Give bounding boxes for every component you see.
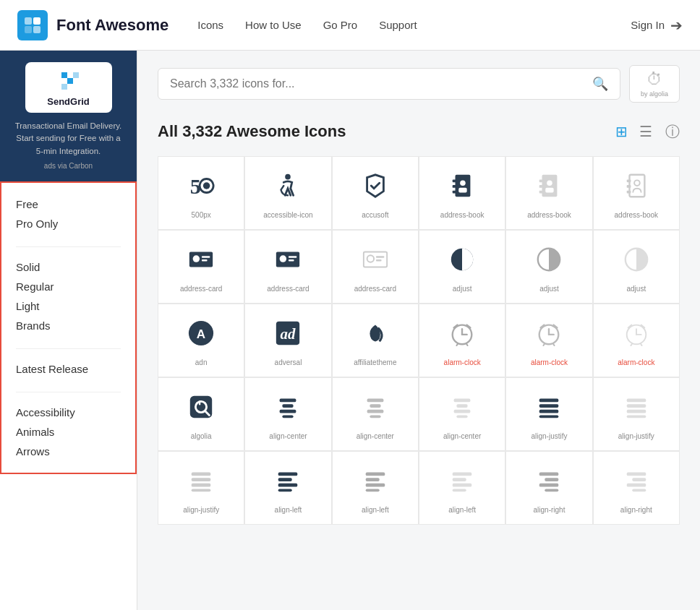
svg-rect-33 — [202, 259, 208, 261]
grid-view-button[interactable]: ⊞ — [612, 120, 631, 143]
icon-align-left-2[interactable]: align-left — [333, 452, 418, 524]
nav-icons[interactable]: Icons — [197, 16, 223, 34]
search-box[interactable]: 🔍 — [158, 68, 620, 100]
svg-rect-22 — [539, 190, 544, 193]
nav-support[interactable]: Support — [379, 16, 417, 34]
filter-brands[interactable]: Brands — [16, 316, 121, 335]
svg-rect-101 — [278, 489, 292, 491]
svg-rect-83 — [457, 404, 468, 408]
sidebar: SendGrid Transactional Email Delivery. S… — [0, 51, 137, 610]
icon-alarm-1[interactable]: alarm-clock — [419, 304, 505, 377]
icon-adjust-1[interactable]: adjust — [419, 231, 505, 303]
svg-rect-75 — [283, 404, 294, 408]
icon-address-card-3[interactable]: address-card — [333, 231, 418, 303]
icon-affiliatetheme[interactable]: affiliatetheme — [333, 304, 418, 377]
icon-align-center-3[interactable]: align-center — [419, 378, 505, 450]
svg-rect-80 — [367, 409, 383, 413]
sidebar-filters: Free Pro Only Solid Regular Light Brands… — [0, 181, 137, 474]
svg-rect-7 — [73, 72, 79, 78]
svg-rect-103 — [366, 478, 380, 481]
icon-address-book-1[interactable]: address-book — [419, 157, 505, 229]
icon-align-justify-3[interactable]: align-justify — [158, 452, 244, 524]
svg-rect-15 — [453, 185, 457, 188]
icon-adjust-2[interactable]: adjust — [506, 231, 592, 303]
svg-rect-2 — [25, 26, 32, 33]
icon-label-accessible: accessible-icon — [263, 211, 312, 219]
icon-label-addrcard1: address-card — [180, 285, 222, 293]
logo-area: Font Awesome — [17, 10, 168, 40]
filter-solid[interactable]: Solid — [16, 257, 121, 277]
filter-free[interactable]: Free — [16, 194, 121, 214]
svg-rect-20 — [539, 179, 544, 182]
svg-rect-32 — [202, 256, 210, 257]
svg-point-29 — [634, 180, 640, 186]
filter-latest-release[interactable]: Latest Release — [16, 359, 121, 379]
svg-text:ad: ad — [281, 325, 296, 342]
svg-line-69 — [641, 343, 642, 345]
svg-rect-3 — [33, 26, 40, 33]
svg-rect-36 — [289, 256, 296, 257]
icon-align-right-1[interactable]: align-right — [506, 452, 592, 524]
icon-adversal[interactable]: ad adversal — [245, 304, 330, 377]
filter-arrows[interactable]: Arrows — [16, 442, 121, 461]
svg-rect-28 — [627, 190, 631, 193]
icon-alarm-3[interactable]: alarm-clock — [594, 304, 679, 377]
icon-500px[interactable]: 5 500px — [158, 157, 244, 229]
filter-pro-only[interactable]: Pro Only — [16, 214, 121, 233]
info-button[interactable]: ⓘ — [665, 122, 680, 142]
icon-address-book-2[interactable]: address-book — [506, 157, 592, 229]
nav-how-to-use[interactable]: How to Use — [245, 16, 302, 34]
icon-align-center-1[interactable]: align-center — [245, 378, 330, 450]
search-input[interactable] — [170, 77, 592, 90]
svg-rect-14 — [453, 179, 457, 182]
nav-go-pro[interactable]: Go Pro — [323, 16, 358, 34]
icon-accessible[interactable]: accessible-icon — [245, 157, 330, 229]
icon-label-adjust2: adjust — [539, 285, 559, 293]
ad-description: Transactional Email Delivery. Start send… — [12, 120, 125, 158]
list-view-button[interactable]: ☰ — [636, 120, 655, 143]
icon-align-left-3[interactable]: align-left — [419, 452, 505, 524]
icon-address-book-3[interactable]: address-book — [594, 157, 679, 229]
ad-box[interactable]: SendGrid Transactional Email Delivery. S… — [0, 51, 137, 181]
icon-label-alignleft2: align-left — [362, 506, 389, 514]
filter-light[interactable]: Light — [16, 296, 121, 316]
sign-in-button[interactable]: Sign In ➔ — [631, 17, 683, 34]
svg-rect-105 — [366, 489, 380, 491]
svg-rect-91 — [627, 404, 646, 408]
icon-label-adjust3: adjust — [626, 285, 646, 293]
svg-rect-96 — [192, 483, 211, 486]
icons-title: All 3,332 Awesome Icons — [158, 122, 612, 141]
icon-label-addrbook1: address-book — [440, 211, 485, 219]
svg-rect-113 — [545, 489, 559, 491]
icon-address-card-2[interactable]: address-card — [245, 231, 330, 303]
svg-rect-99 — [278, 478, 292, 481]
svg-rect-1 — [33, 17, 40, 25]
svg-point-31 — [193, 255, 200, 262]
svg-rect-34 — [276, 252, 299, 267]
algolia-logo: ⏱ — [646, 70, 662, 89]
icon-label-aligncenter1: align-center — [269, 432, 307, 440]
icon-align-justify-2[interactable]: align-justify — [594, 378, 679, 450]
svg-rect-79 — [370, 404, 380, 408]
icon-adjust-3[interactable]: adjust — [594, 231, 679, 303]
svg-rect-116 — [627, 483, 646, 486]
sendgrid-icon — [57, 68, 80, 96]
icon-algolia[interactable]: algolia — [158, 378, 244, 450]
icon-accusoft[interactable]: accusoft — [333, 157, 418, 229]
icon-adn[interactable]: A adn — [158, 304, 244, 377]
icon-align-right-2[interactable]: align-right — [594, 452, 679, 524]
svg-rect-27 — [627, 185, 631, 188]
filter-accessibility[interactable]: Accessibility — [16, 403, 121, 422]
svg-rect-37 — [289, 259, 294, 261]
svg-rect-86 — [539, 398, 559, 402]
svg-rect-4 — [61, 72, 67, 78]
icon-align-left-1[interactable]: align-left — [245, 452, 330, 524]
icon-address-card-1[interactable]: address-card — [158, 231, 244, 303]
filter-regular[interactable]: Regular — [16, 277, 121, 296]
icon-alarm-2[interactable]: alarm-clock — [506, 304, 592, 377]
icon-align-justify-1[interactable]: align-justify — [506, 378, 592, 450]
svg-text:A: A — [197, 327, 205, 340]
filter-animals[interactable]: Animals — [16, 422, 121, 442]
icon-label-algolia: algolia — [191, 432, 212, 440]
icon-align-center-2[interactable]: align-center — [333, 378, 418, 450]
